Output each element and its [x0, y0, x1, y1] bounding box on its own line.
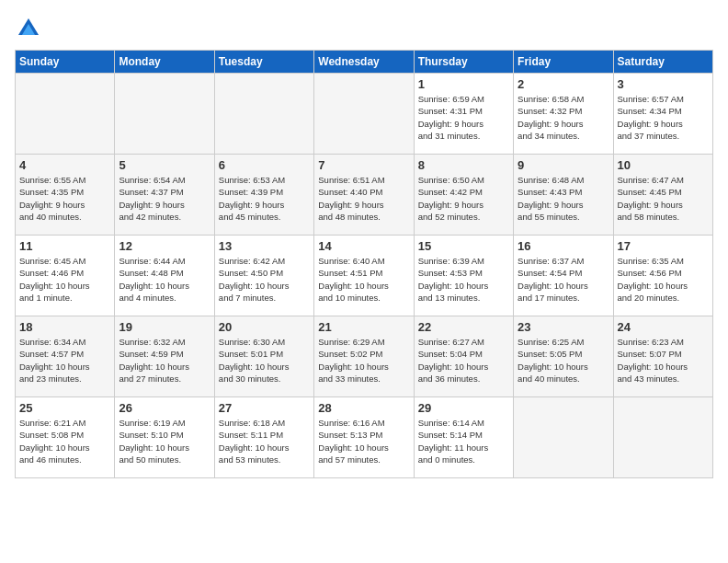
- page-header: [15, 15, 713, 42]
- day-info: Sunrise: 6:47 AM Sunset: 4:45 PM Dayligh…: [618, 174, 709, 223]
- calendar-cell: 27Sunrise: 6:18 AM Sunset: 5:11 PM Dayli…: [214, 397, 313, 478]
- calendar-cell: 15Sunrise: 6:39 AM Sunset: 4:53 PM Dayli…: [414, 236, 513, 316]
- day-info: Sunrise: 6:55 AM Sunset: 4:35 PM Dayligh…: [19, 174, 110, 223]
- day-info: Sunrise: 6:14 AM Sunset: 5:14 PM Dayligh…: [418, 417, 509, 465]
- calendar-cell: [214, 74, 313, 155]
- day-info: Sunrise: 6:30 AM Sunset: 5:01 PM Dayligh…: [219, 336, 310, 385]
- day-info: Sunrise: 6:23 AM Sunset: 5:07 PM Dayligh…: [618, 336, 709, 385]
- weekday-header: Saturday: [613, 51, 712, 74]
- day-number: 10: [618, 158, 709, 172]
- calendar-cell: 5Sunrise: 6:54 AM Sunset: 4:37 PM Daylig…: [115, 155, 214, 236]
- day-number: 8: [418, 158, 509, 172]
- day-info: Sunrise: 6:54 AM Sunset: 4:37 PM Dayligh…: [119, 174, 210, 223]
- day-number: 28: [318, 401, 409, 415]
- day-number: 15: [418, 239, 509, 253]
- weekday-header: Friday: [514, 51, 613, 74]
- day-number: 23: [518, 320, 609, 334]
- calendar-cell: [16, 74, 115, 155]
- day-info: Sunrise: 6:18 AM Sunset: 5:11 PM Dayligh…: [219, 417, 310, 465]
- calendar-cell: 6Sunrise: 6:53 AM Sunset: 4:39 PM Daylig…: [214, 155, 313, 236]
- calendar-cell: 3Sunrise: 6:57 AM Sunset: 4:34 PM Daylig…: [613, 74, 712, 155]
- day-number: 13: [219, 239, 310, 253]
- calendar-cell: 8Sunrise: 6:50 AM Sunset: 4:42 PM Daylig…: [414, 155, 513, 236]
- calendar-week-row: 11Sunrise: 6:45 AM Sunset: 4:46 PM Dayli…: [16, 236, 713, 316]
- calendar-cell: 13Sunrise: 6:42 AM Sunset: 4:50 PM Dayli…: [214, 236, 313, 316]
- day-info: Sunrise: 6:42 AM Sunset: 4:50 PM Dayligh…: [219, 255, 310, 304]
- day-info: Sunrise: 6:27 AM Sunset: 5:04 PM Dayligh…: [418, 336, 509, 385]
- day-number: 2: [518, 77, 609, 91]
- calendar-cell: 24Sunrise: 6:23 AM Sunset: 5:07 PM Dayli…: [613, 316, 712, 397]
- calendar-cell: 23Sunrise: 6:25 AM Sunset: 5:05 PM Dayli…: [514, 316, 613, 397]
- weekday-header: Sunday: [16, 51, 115, 74]
- weekday-header: Thursday: [414, 51, 513, 74]
- calendar-cell: 21Sunrise: 6:29 AM Sunset: 5:02 PM Dayli…: [314, 316, 414, 397]
- day-info: Sunrise: 6:29 AM Sunset: 5:02 PM Dayligh…: [318, 336, 409, 385]
- calendar-header-row: SundayMondayTuesdayWednesdayThursdayFrid…: [16, 51, 713, 74]
- day-number: 26: [119, 401, 210, 415]
- day-number: 3: [618, 77, 709, 91]
- day-number: 16: [518, 239, 609, 253]
- calendar-week-row: 4Sunrise: 6:55 AM Sunset: 4:35 PM Daylig…: [16, 155, 713, 236]
- day-info: Sunrise: 6:48 AM Sunset: 4:43 PM Dayligh…: [518, 174, 609, 223]
- day-number: 21: [318, 320, 409, 334]
- weekday-header: Wednesday: [314, 51, 414, 74]
- day-number: 29: [418, 401, 509, 415]
- calendar-cell: 26Sunrise: 6:19 AM Sunset: 5:10 PM Dayli…: [115, 397, 214, 478]
- calendar-cell: 25Sunrise: 6:21 AM Sunset: 5:08 PM Dayli…: [16, 397, 115, 478]
- day-info: Sunrise: 6:25 AM Sunset: 5:05 PM Dayligh…: [518, 336, 609, 385]
- calendar-cell: 20Sunrise: 6:30 AM Sunset: 5:01 PM Dayli…: [214, 316, 313, 397]
- day-number: 18: [19, 320, 110, 334]
- day-info: Sunrise: 6:16 AM Sunset: 5:13 PM Dayligh…: [318, 417, 409, 465]
- weekday-header: Monday: [115, 51, 214, 74]
- day-info: Sunrise: 6:45 AM Sunset: 4:46 PM Dayligh…: [19, 255, 110, 304]
- day-number: 9: [518, 158, 609, 172]
- logo-icon: [15, 15, 42, 42]
- calendar-cell: 7Sunrise: 6:51 AM Sunset: 4:40 PM Daylig…: [314, 155, 414, 236]
- day-number: 24: [618, 320, 709, 334]
- day-info: Sunrise: 6:21 AM Sunset: 5:08 PM Dayligh…: [19, 417, 110, 465]
- day-info: Sunrise: 6:50 AM Sunset: 4:42 PM Dayligh…: [418, 174, 509, 223]
- day-number: 27: [219, 401, 310, 415]
- day-info: Sunrise: 6:58 AM Sunset: 4:32 PM Dayligh…: [518, 93, 609, 142]
- calendar-cell: 4Sunrise: 6:55 AM Sunset: 4:35 PM Daylig…: [16, 155, 115, 236]
- day-info: Sunrise: 6:19 AM Sunset: 5:10 PM Dayligh…: [119, 417, 210, 465]
- day-number: 14: [318, 239, 409, 253]
- day-info: Sunrise: 6:44 AM Sunset: 4:48 PM Dayligh…: [119, 255, 210, 304]
- day-number: 17: [618, 239, 709, 253]
- day-number: 5: [119, 158, 210, 172]
- calendar-cell: 2Sunrise: 6:58 AM Sunset: 4:32 PM Daylig…: [514, 74, 613, 155]
- day-number: 11: [19, 239, 110, 253]
- calendar-cell: 12Sunrise: 6:44 AM Sunset: 4:48 PM Dayli…: [115, 236, 214, 316]
- day-number: 22: [418, 320, 509, 334]
- calendar-cell: 22Sunrise: 6:27 AM Sunset: 5:04 PM Dayli…: [414, 316, 513, 397]
- day-number: 6: [219, 158, 310, 172]
- calendar-cell: 16Sunrise: 6:37 AM Sunset: 4:54 PM Dayli…: [514, 236, 613, 316]
- day-info: Sunrise: 6:53 AM Sunset: 4:39 PM Dayligh…: [219, 174, 310, 223]
- calendar-cell: 19Sunrise: 6:32 AM Sunset: 4:59 PM Dayli…: [115, 316, 214, 397]
- weekday-header: Tuesday: [214, 51, 313, 74]
- calendar-table: SundayMondayTuesdayWednesdayThursdayFrid…: [15, 50, 713, 478]
- calendar-cell: 11Sunrise: 6:45 AM Sunset: 4:46 PM Dayli…: [16, 236, 115, 316]
- day-number: 4: [19, 158, 110, 172]
- calendar-cell: 17Sunrise: 6:35 AM Sunset: 4:56 PM Dayli…: [613, 236, 712, 316]
- calendar-cell: [514, 397, 613, 478]
- day-info: Sunrise: 6:57 AM Sunset: 4:34 PM Dayligh…: [618, 93, 709, 142]
- calendar-cell: 18Sunrise: 6:34 AM Sunset: 4:57 PM Dayli…: [16, 316, 115, 397]
- day-info: Sunrise: 6:40 AM Sunset: 4:51 PM Dayligh…: [318, 255, 409, 304]
- calendar-cell: [115, 74, 214, 155]
- calendar-cell: 9Sunrise: 6:48 AM Sunset: 4:43 PM Daylig…: [514, 155, 613, 236]
- day-number: 25: [19, 401, 110, 415]
- day-info: Sunrise: 6:34 AM Sunset: 4:57 PM Dayligh…: [19, 336, 110, 385]
- logo: [15, 15, 46, 42]
- day-number: 20: [219, 320, 310, 334]
- calendar-cell: 29Sunrise: 6:14 AM Sunset: 5:14 PM Dayli…: [414, 397, 513, 478]
- day-info: Sunrise: 6:37 AM Sunset: 4:54 PM Dayligh…: [518, 255, 609, 304]
- calendar-week-row: 25Sunrise: 6:21 AM Sunset: 5:08 PM Dayli…: [16, 397, 713, 478]
- calendar-week-row: 18Sunrise: 6:34 AM Sunset: 4:57 PM Dayli…: [16, 316, 713, 397]
- calendar-cell: 10Sunrise: 6:47 AM Sunset: 4:45 PM Dayli…: [613, 155, 712, 236]
- calendar-cell: [314, 74, 414, 155]
- calendar-cell: 28Sunrise: 6:16 AM Sunset: 5:13 PM Dayli…: [314, 397, 414, 478]
- day-info: Sunrise: 6:39 AM Sunset: 4:53 PM Dayligh…: [418, 255, 509, 304]
- day-info: Sunrise: 6:59 AM Sunset: 4:31 PM Dayligh…: [418, 93, 509, 142]
- calendar-cell: [613, 397, 712, 478]
